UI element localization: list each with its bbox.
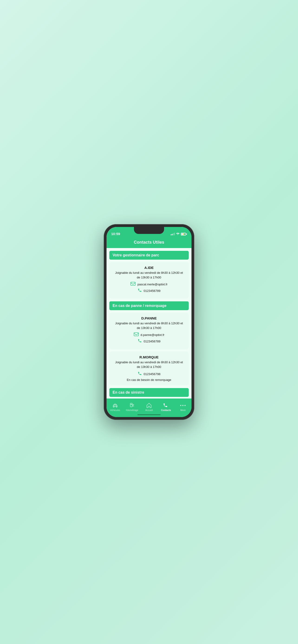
contact-phone-row-rmorque[interactable]: 0123456798 [113, 372, 185, 377]
mail-icon-aide [130, 282, 136, 287]
contact-phone-row-aide[interactable]: 0123456789 [113, 288, 185, 294]
nav-item-accueil[interactable]: Accueil [140, 402, 157, 412]
contact-email-row-aide[interactable]: pascal.merle@optixt.fr [113, 282, 185, 287]
contact-name-aide: A.IDE [113, 266, 185, 270]
contact-phone-aide[interactable]: 0123456789 [144, 289, 160, 292]
nav-item-kilometrage[interactable]: Kilométrage [123, 402, 140, 412]
nav-item-vehicules[interactable]: Véhicules [107, 402, 123, 412]
page-title: Contacts Utiles [134, 240, 164, 244]
status-time: 10:59 [111, 232, 120, 236]
contact-name-rmorque: R.MORQUE [113, 355, 185, 359]
svg-rect-0 [131, 282, 135, 285]
home-indicator [137, 414, 161, 415]
section-sinistre-header: En cas de sinistre [109, 388, 189, 397]
contact-card-rmorque: R.MORQUE Joignable du lundi au vendredi … [109, 352, 189, 385]
battery-icon: ⚡ [181, 233, 187, 236]
contact-card-aide: A.IDE Joignable du lundi au vendredi de … [109, 262, 189, 298]
nav-label-more: More [180, 409, 186, 412]
svg-rect-6 [131, 404, 132, 404]
svg-point-7 [180, 405, 181, 406]
nav-icon-more [180, 402, 186, 408]
contact-phone-rmorque[interactable]: 0123456798 [144, 372, 160, 376]
contact-phone-dpanne[interactable]: 0123456789 [144, 340, 160, 343]
app-header: Contacts Utiles [107, 237, 191, 248]
nav-item-contacts[interactable]: Contacts [158, 402, 175, 412]
phone-icon-rmorque [138, 372, 142, 377]
svg-rect-1 [134, 333, 139, 336]
contact-hours-dpanne: Joignable du lundi au vendredi de 8h30 à… [113, 321, 185, 330]
section-sinistre-title: En cas de sinistre [113, 390, 144, 394]
nav-label-vehicules: Véhicules [110, 409, 120, 412]
nav-icon-accueil [146, 402, 152, 408]
nav-label-accueil: Accueil [145, 409, 153, 412]
contact-card-dpanne: D.PANNE Joignable du lundi au vendredi d… [109, 312, 189, 349]
section-panne-header: En cas de panne / remorquage [109, 301, 189, 310]
status-icons: ⚡ [171, 232, 187, 236]
svg-point-3 [113, 406, 114, 407]
mail-icon-dpanne [134, 332, 139, 337]
contact-hours-rmorque: Joignable du lundi au vendredi de 8h30 à… [113, 360, 185, 369]
phone-icon-aide [138, 288, 142, 294]
signal-icon [171, 233, 175, 235]
svg-point-8 [182, 405, 184, 406]
contact-hours-aide: Joignable du lundi au vendredi de 8h30 à… [113, 270, 185, 280]
contact-email-row-dpanne[interactable]: d.panne@optixt.fr [113, 332, 185, 337]
contact-phone-row-dpanne[interactable]: 0123456789 [113, 339, 185, 344]
wifi-icon [176, 232, 180, 236]
nav-item-more[interactable]: More [175, 402, 191, 412]
nav-label-contacts: Contacts [161, 409, 171, 412]
notch [134, 227, 164, 234]
nav-icon-kilometrage [129, 402, 135, 408]
contact-email-dpanne[interactable]: d.panne@optixt.fr [141, 333, 165, 336]
contact-email-aide[interactable]: pascal.merle@optixt.fr [137, 282, 168, 286]
svg-point-9 [184, 405, 186, 406]
section-gestionnaire-header: Votre gestionnaire de parc [109, 251, 189, 260]
nav-icon-vehicules [112, 402, 118, 408]
nav-label-kilometrage: Kilométrage [126, 409, 138, 412]
phone-screen: 10:59 ⚡ [107, 227, 191, 417]
nav-icon-contacts [163, 402, 169, 408]
svg-rect-5 [130, 403, 132, 407]
contact-note-rmorque: En cas de besoin de remorquage [113, 378, 185, 382]
svg-point-4 [116, 406, 117, 407]
section-gestionnaire-title: Votre gestionnaire de parc [113, 253, 159, 257]
content-scroll[interactable]: Votre gestionnaire de parc A.IDE Joignab… [107, 248, 191, 398]
phone-icon-dpanne [138, 339, 142, 344]
contact-name-dpanne: D.PANNE [113, 316, 185, 320]
phone-frame: 10:59 ⚡ [104, 224, 194, 420]
section-panne-title: En cas de panne / remorquage [113, 304, 166, 308]
